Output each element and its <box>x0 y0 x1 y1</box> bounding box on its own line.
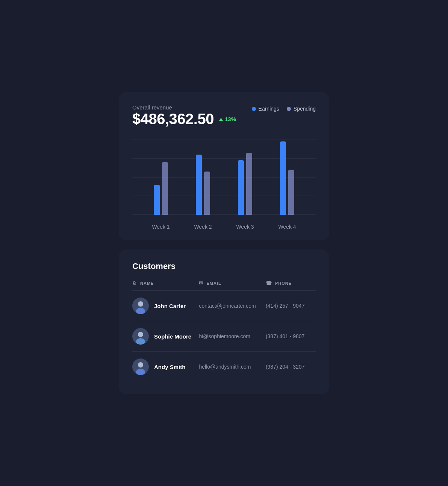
customer-name-cell: Andy Smith <box>132 358 199 375</box>
bar-group-week-3 <box>238 153 252 215</box>
legend-spending: Spending <box>287 106 316 112</box>
earnings-label: Earnings <box>259 106 279 112</box>
earnings-bar-week-1 <box>154 185 160 215</box>
revenue-card: Overall revenue $486,362.50 13% Earnings… <box>119 92 329 240</box>
earnings-bar-week-2 <box>196 155 202 215</box>
table-row: Sophie Moore hi@sophiemoore.com (387) 40… <box>132 321 316 352</box>
customer-email: contact@johncarter.com <box>199 303 265 309</box>
customers-title: Customers <box>132 261 316 271</box>
svg-point-7 <box>138 362 143 368</box>
svg-point-4 <box>138 332 143 337</box>
spending-bar-week-4 <box>288 170 294 215</box>
avatar <box>132 298 149 314</box>
chart-legend: Earnings Spending <box>252 106 316 112</box>
svg-point-1 <box>138 301 143 307</box>
week-label-1: Week 1 <box>152 224 170 230</box>
revenue-title: Overall revenue <box>132 104 236 111</box>
spending-bar-week-3 <box>246 153 252 215</box>
customer-email: hi@sophiemoore.com <box>199 333 265 339</box>
chart-area: Week 1Week 2Week 3Week 4 <box>132 140 316 230</box>
chart-labels: Week 1Week 2Week 3Week 4 <box>132 224 316 230</box>
bar-group-week-1 <box>154 162 168 215</box>
earnings-bar-week-3 <box>238 160 244 215</box>
chart-bars <box>132 140 316 215</box>
customer-phone: (387) 401 - 9807 <box>266 333 316 339</box>
customer-email: hello@andysmith.com <box>199 364 265 370</box>
avatar <box>132 358 149 375</box>
earnings-dot-icon <box>252 107 256 111</box>
customer-phone: (987) 204 - 3207 <box>266 364 316 370</box>
phone-icon: ☎ <box>266 280 272 286</box>
revenue-header: Overall revenue $486,362.50 13% Earnings… <box>132 104 316 138</box>
person-icon: ♘ <box>132 280 137 286</box>
customer-name: Sophie Moore <box>154 333 191 340</box>
avatar <box>132 328 149 345</box>
week-label-4: Week 4 <box>278 224 296 230</box>
page-container: Overall revenue $486,362.50 13% Earnings… <box>119 92 329 394</box>
revenue-title-col: Overall revenue $486,362.50 13% <box>132 104 236 138</box>
spending-label: Spending <box>294 106 316 112</box>
col-header-phone: ☎ PHONE <box>266 280 316 286</box>
legend-earnings: Earnings <box>252 106 279 112</box>
revenue-amount: $486,362.50 <box>132 111 214 128</box>
customer-name: Andy Smith <box>154 364 185 370</box>
table-header: ♘ NAME ✉ EMAIL ☎ PHONE <box>132 280 316 291</box>
customer-name-cell: John Carter <box>132 298 199 314</box>
week-label-3: Week 3 <box>236 224 254 230</box>
revenue-change: 13% <box>219 116 236 122</box>
bar-group-week-2 <box>196 155 210 215</box>
table-row: Andy Smith hello@andysmith.com (987) 204… <box>132 352 316 382</box>
revenue-amount-row: $486,362.50 13% <box>132 111 236 128</box>
customer-name: John Carter <box>154 303 186 309</box>
customers-table: John Carter contact@johncarter.com (414)… <box>132 291 316 382</box>
table-row: John Carter contact@johncarter.com (414)… <box>132 291 316 321</box>
email-icon: ✉ <box>199 280 203 286</box>
customer-name-cell: Sophie Moore <box>132 328 199 345</box>
spending-bar-week-2 <box>204 172 210 215</box>
col-header-email: ✉ EMAIL <box>199 280 265 286</box>
col-header-name: ♘ NAME <box>132 280 199 286</box>
customer-phone: (414) 257 - 9047 <box>266 303 316 309</box>
spending-bar-week-1 <box>162 162 168 215</box>
earnings-bar-week-4 <box>280 141 286 215</box>
week-label-2: Week 2 <box>194 224 212 230</box>
bar-group-week-4 <box>280 141 294 215</box>
arrow-up-icon <box>219 118 223 121</box>
spending-dot-icon <box>287 107 291 111</box>
customers-card: Customers ♘ NAME ✉ EMAIL ☎ PHONE <box>119 249 329 394</box>
